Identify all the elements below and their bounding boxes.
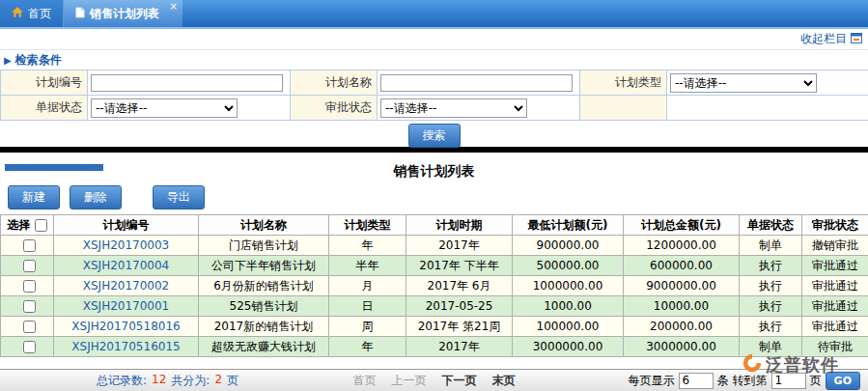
collapse-link[interactable]: 收起栏目 <box>800 31 847 47</box>
row-checkbox[interactable] <box>23 341 36 353</box>
tab-home[interactable]: 首页 <box>0 0 64 27</box>
approval-status-label: 审批状态 <box>291 96 378 121</box>
sales-plan-table: 选择 计划编号 计划名称 计划类型 计划时期 最低计划额(元) 计划总金额(元)… <box>0 214 868 357</box>
cell-plan-name: 6月份新的销售计划 <box>199 276 329 296</box>
cell-select <box>1 256 54 276</box>
per-page-label: 每页显示 <box>629 373 675 389</box>
next-page-link[interactable]: 下一页 <box>442 373 477 389</box>
tab-close-icon[interactable]: × <box>170 1 178 12</box>
new-button[interactable]: 新建 <box>8 185 60 209</box>
cell-min-amount: 500000.00 <box>513 256 624 276</box>
cell-select <box>1 296 54 317</box>
cell-plan-type: 年 <box>329 337 406 357</box>
cell-min-amount: 100000.00 <box>513 317 624 337</box>
home-icon <box>12 7 23 20</box>
cell-total-amount: 9000000.00 <box>624 276 740 296</box>
tab-sales-label: 销售计划列表 <box>90 6 159 22</box>
table-row[interactable]: XSJH20170518016 2017新的销售计划 周 2017年 第21周 … <box>1 317 868 337</box>
row-checkbox[interactable] <box>23 260 36 272</box>
sales-plan-page: 首页 销售计划列表 × 收起栏目 ▶ 检索条件 计划编号 <box>0 0 868 391</box>
per-page-input[interactable] <box>679 373 714 389</box>
total-pages-value: 2 <box>214 373 222 389</box>
approval-status-cell: --请选择-- <box>378 96 580 121</box>
cell-plan-name: 超级无敌赚大钱计划 <box>199 337 329 357</box>
cell-plan-period: 2017年 第21周 <box>406 317 513 337</box>
row-checkbox[interactable] <box>23 280 36 293</box>
search-button[interactable]: 搜索 <box>408 124 461 148</box>
cell-plan-type: 日 <box>329 296 406 317</box>
table-row[interactable]: XSJH20170001 525销售计划 日 2017-05-25 1000.0… <box>1 296 868 317</box>
plan-type-label: 计划类型 <box>580 70 667 96</box>
collapse-row: 收起栏目 <box>0 29 868 50</box>
row-checkbox[interactable] <box>23 239 36 252</box>
cell-plan-period: 2017年 6月 <box>406 276 513 296</box>
empty-label-cell <box>580 96 667 121</box>
cell-select <box>1 236 54 256</box>
doc-status-select[interactable]: --请选择-- <box>91 98 238 118</box>
title-band: 销售计划列表 <box>0 157 868 184</box>
table-row[interactable]: XSJH20170002 6月份新的销售计划 月 2017年 6月 100000… <box>1 276 868 296</box>
plan-type-select[interactable]: --请选择-- <box>670 73 817 93</box>
doc-status-label: 单据状态 <box>1 96 88 121</box>
total-pages-label: 共分为: <box>171 373 210 389</box>
search-button-row: 搜索 <box>0 121 868 147</box>
cell-plan-name: 公司下半年销售计划 <box>199 256 329 276</box>
cell-plan-type: 周 <box>329 317 406 337</box>
tab-home-label: 首页 <box>28 6 51 22</box>
collapse-icon[interactable] <box>851 33 862 46</box>
col-min-amount: 最低计划额(元) <box>513 215 624 236</box>
cell-doc-status: 执行 <box>740 296 802 317</box>
plan-name-cell <box>378 70 580 96</box>
delete-button[interactable]: 删除 <box>70 185 122 209</box>
plan-name-input[interactable] <box>380 74 573 92</box>
arrow-right-icon: ▶ <box>4 55 12 66</box>
col-select: 选择 <box>1 215 54 236</box>
pagination-bar: 总记录数: 12 共分为: 2 页 首页 上一页 下一页 末页 每页显示 条 转… <box>0 369 868 391</box>
table-header-row: 选择 计划编号 计划名称 计划类型 计划时期 最低计划额(元) 计划总金额(元)… <box>1 215 868 236</box>
cell-total-amount: 3000000.00 <box>624 337 740 357</box>
plan-number-label: 计划编号 <box>1 70 88 96</box>
cell-min-amount: 1000.00 <box>513 296 624 317</box>
cell-doc-status: 执行 <box>740 276 802 296</box>
cell-plan-period: 2017-05-25 <box>406 296 513 317</box>
first-page-link[interactable]: 首页 <box>353 373 377 389</box>
cell-plan-type: 月 <box>329 276 406 296</box>
cell-approval-status: 审批通过 <box>802 296 868 317</box>
cell-plan-period: 2017年 <box>406 337 513 357</box>
page-title: 销售计划列表 <box>0 157 868 184</box>
plan-number-input[interactable] <box>91 74 283 92</box>
fanpu-logo-text: 泛普软件 <box>766 353 839 377</box>
col-approval-status: 审批状态 <box>802 215 868 236</box>
export-button[interactable]: 导出 <box>153 185 205 209</box>
tab-bar: 首页 销售计划列表 × <box>0 0 868 27</box>
toolbar: 新建 删除 导出 <box>0 184 868 214</box>
plan-no-link[interactable]: XSJH20170518016 <box>54 317 199 337</box>
row-checkbox[interactable] <box>23 300 36 313</box>
prev-page-link[interactable]: 上一页 <box>392 373 427 389</box>
row-checkbox[interactable] <box>23 321 36 333</box>
table-row[interactable]: XSJH20170004 公司下半年销售计划 半年 2017年 下半年 5000… <box>1 256 868 276</box>
approval-status-select[interactable]: --请选择-- <box>380 98 527 118</box>
doc-status-cell: --请选择-- <box>88 96 291 121</box>
cell-plan-period: 2017年 下半年 <box>406 256 513 276</box>
fanpu-logo: 泛普软件 <box>742 352 839 377</box>
plan-no-link[interactable]: XSJH20170516015 <box>54 337 199 357</box>
cell-plan-name: 门店销售计划 <box>199 236 329 256</box>
plan-no-link[interactable]: XSJH20170003 <box>54 236 199 256</box>
last-page-link[interactable]: 末页 <box>492 373 516 389</box>
plan-no-link[interactable]: XSJH20170002 <box>54 276 199 296</box>
table-row[interactable]: XSJH20170003 门店销售计划 年 2017年 900000.00 12… <box>1 236 868 256</box>
table-row[interactable]: XSJH20170516015 超级无敌赚大钱计划 年 2017年 300000… <box>1 337 868 357</box>
select-all-checkbox[interactable] <box>35 219 47 232</box>
plan-no-link[interactable]: XSJH20170004 <box>54 256 199 276</box>
tab-sales-plan-list[interactable]: 销售计划列表 × <box>64 0 182 27</box>
cell-total-amount: 600000.00 <box>624 256 740 276</box>
cell-total-amount: 10000.00 <box>624 296 740 317</box>
cell-doc-status: 执行 <box>740 317 802 337</box>
cell-doc-status: 执行 <box>740 256 802 276</box>
cell-plan-period: 2017年 <box>406 236 513 256</box>
per-page-unit: 条 <box>717 373 729 389</box>
document-icon <box>75 7 85 21</box>
cell-approval-status: 审批通过 <box>802 317 868 337</box>
plan-no-link[interactable]: XSJH20170001 <box>54 296 199 317</box>
